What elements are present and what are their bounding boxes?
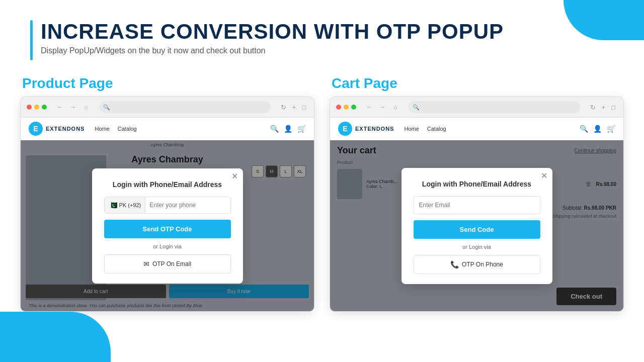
store-icons: 🔍 👤 🛒: [270, 125, 306, 133]
product-modal-close[interactable]: ✕: [231, 172, 238, 180]
otp-on-phone-button[interactable]: 📞 OTP On Phone: [414, 255, 540, 274]
cart-browser-actions: ↻ + □: [588, 104, 617, 111]
logo-text: EXTENDONS: [46, 126, 85, 132]
cart-search-icon: 🔍: [413, 104, 420, 111]
flag-emoji: 🇵🇰: [109, 201, 117, 209]
browser-actions: ↻ + □: [279, 104, 308, 111]
search-icon: 🔍: [270, 125, 279, 133]
cart-browser: ← → ⌂ 🔍 ↻ + □ E EXT: [330, 97, 624, 312]
cart-nav-home: ⌂: [390, 102, 400, 112]
cart-nav-forward: →: [377, 102, 387, 112]
cart-user-icon: 👤: [593, 125, 602, 133]
menu-catalog: Catalog: [118, 126, 137, 132]
blue-bar-decoration: [30, 20, 33, 60]
cart-browser-toolbar: ← → ⌂ 🔍 ↻ + □: [330, 97, 623, 118]
header-text: INCREASE CONVERSION WITH OTP POPUP Displ…: [41, 20, 504, 55]
cart-store-menu: Home Catalog: [404, 126, 446, 132]
cart-column-title: Cart Page: [330, 75, 624, 92]
cart-logo-icon: E: [338, 122, 352, 136]
product-modal: ✕ Login with Phone/Email Address 🇵🇰 PK (…: [92, 168, 243, 284]
cart-dot-green: [351, 105, 356, 110]
dot-yellow: [34, 105, 39, 110]
cart-modal-close[interactable]: ✕: [541, 172, 547, 180]
blob-bottom-left: [0, 312, 111, 362]
nav-back: ←: [55, 102, 65, 112]
logo-letter: E: [33, 125, 38, 133]
phone-input[interactable]: [145, 197, 230, 213]
cart-store-icons: 🔍 👤 🛒: [580, 125, 615, 133]
product-browser-search: 🔍: [99, 101, 271, 113]
main-subtitle: Display PopUp/Widgets on the buy it now …: [41, 46, 504, 55]
cart-browser-dots: [336, 105, 356, 110]
send-code-button[interactable]: Send Code: [414, 220, 540, 239]
cart-search-icon-nav: 🔍: [580, 125, 588, 133]
nav-forward: →: [68, 102, 78, 112]
menu-home: Home: [95, 126, 109, 132]
phone-input-group: 🇵🇰 PK (+92): [104, 197, 231, 214]
cart-store-logo: E EXTENDONS: [338, 122, 394, 136]
phone-icon: 📞: [450, 260, 459, 268]
product-column: Product Page ← → ⌂ 🔍 ↻: [20, 75, 314, 312]
email-input-group: [414, 196, 540, 214]
dot-green: [42, 105, 47, 110]
product-column-title: Product Page: [20, 75, 314, 92]
cart-modal: ✕ Login with Phone/Email Address Send Co…: [401, 168, 552, 284]
reload-icon: ↻: [279, 104, 288, 111]
fullscreen-icon: □: [300, 104, 308, 111]
alt-login-label-cart: OTP On Phone: [462, 261, 503, 268]
product-browser: ← → ⌂ 🔍 ↻ + □ E EXT: [20, 97, 314, 312]
plus-icon: +: [290, 104, 298, 111]
cart-browser-nav: ← → ⌂: [364, 102, 400, 112]
nav-home: ⌂: [81, 102, 91, 112]
or-login-via-cart: or Login via: [414, 244, 540, 250]
phone-flag: 🇵🇰 PK (+92): [105, 197, 146, 213]
product-browser-toolbar: ← → ⌂ 🔍 ↻ + □: [21, 97, 314, 118]
cart-logo-text: EXTENDONS: [355, 126, 394, 132]
alt-login-label-product: OTP On Email: [152, 260, 191, 267]
otp-on-email-button[interactable]: ✉ OTP On Email: [104, 254, 231, 274]
email-input[interactable]: [414, 197, 540, 214]
product-content-area: Ayres Chambray Ayres Chambray S M L XL A…: [21, 140, 314, 311]
cart-dot-yellow: [344, 105, 349, 110]
send-otp-button[interactable]: Send OTP Code: [104, 220, 231, 238]
or-login-via-product: or Login via: [104, 243, 231, 249]
cart-plus-icon: +: [600, 104, 608, 111]
logo-icon: E: [29, 122, 43, 136]
cart-cart-icon: 🛒: [607, 125, 615, 133]
cart-dot-red: [336, 105, 341, 110]
store-logo: E EXTENDONS: [29, 122, 85, 136]
columns-container: Product Page ← → ⌂ 🔍 ↻: [0, 70, 644, 312]
cart-icon: 🛒: [297, 125, 306, 133]
browser-dots: [27, 105, 47, 110]
user-icon: 👤: [284, 125, 292, 133]
cart-menu-home: Home: [404, 126, 419, 132]
product-modal-title: Login with Phone/Email Address: [104, 180, 231, 189]
cart-logo-letter: E: [343, 125, 347, 133]
cart-menu-catalog: Catalog: [427, 126, 446, 132]
dot-red: [27, 105, 32, 110]
header: INCREASE CONVERSION WITH OTP POPUP Displ…: [0, 0, 644, 70]
product-store-nav: E EXTENDONS Home Catalog 🔍 👤 🛒: [21, 118, 314, 140]
cart-modal-overlay: ✕ Login with Phone/Email Address Send Co…: [330, 140, 623, 311]
cart-store-nav: E EXTENDONS Home Catalog 🔍 👤 🛒: [330, 118, 623, 140]
cart-column: Cart Page ← → ⌂ 🔍 ↻ +: [330, 75, 624, 312]
cart-fullscreen-icon: □: [609, 104, 617, 111]
cart-reload-icon: ↻: [588, 104, 598, 111]
email-icon: ✉: [143, 260, 149, 268]
cart-modal-title: Login with Phone/Email Address: [414, 180, 540, 188]
cart-content-area: Your cart Continue shopping Product Ayre…: [330, 140, 623, 311]
cart-nav-back: ←: [364, 102, 374, 112]
cart-browser-search: 🔍: [409, 101, 580, 113]
search-icon: 🔍: [103, 104, 110, 111]
product-modal-overlay: ✕ Login with Phone/Email Address 🇵🇰 PK (…: [21, 140, 314, 311]
browser-nav: ← → ⌂: [55, 102, 91, 112]
store-menu: Home Catalog: [95, 126, 136, 132]
main-title: INCREASE CONVERSION WITH OTP POPUP: [41, 20, 504, 43]
phone-code: PK (+92): [119, 202, 141, 208]
